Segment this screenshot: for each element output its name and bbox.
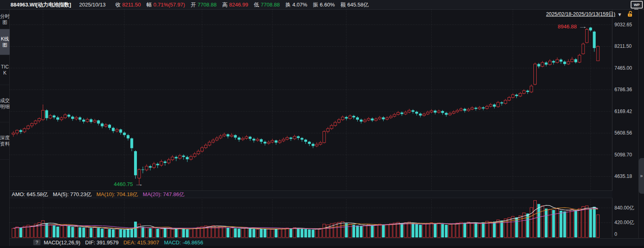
legend-segment: DEA: 415.3907 bbox=[124, 239, 159, 246]
expand-panel-tab[interactable]: » bbox=[639, 158, 644, 194]
volume-axis-label: 420.00亿 bbox=[614, 219, 634, 226]
kline-chart-canvas bbox=[10, 10, 612, 238]
lock-icon[interactable] bbox=[627, 11, 633, 17]
quote-field-label: 换 bbox=[286, 2, 291, 8]
legend-segment: MA(5): 770.23亿 bbox=[53, 191, 92, 198]
wp-taskbar-icon[interactable]: WP bbox=[631, 1, 643, 9]
price-axis-label: 5608.56 bbox=[614, 130, 632, 136]
header-quote-fields: 收8211.50幅0.71%(57.97)开7708.88高8246.99低77… bbox=[110, 1, 369, 9]
legend-segment: MA(20): 747.86亿 bbox=[143, 191, 185, 198]
help-icon[interactable]: ? bbox=[33, 239, 41, 245]
amount-legend-bar: AMO: 645.58亿MA(5): 770.23亿MA(10): 704.18… bbox=[10, 190, 612, 198]
arrow-right-icon: → bbox=[134, 181, 143, 187]
sidebar-item-trade-detail[interactable]: 成交明细 bbox=[0, 85, 10, 122]
sidebar-item-tick[interactable]: TICK bbox=[0, 55, 10, 85]
quote-field-value: 0.71%(57.97) bbox=[154, 2, 185, 8]
quote-field-label: 低 bbox=[254, 2, 259, 8]
quote-field-value: 4.07% bbox=[292, 2, 307, 8]
axis-right-separator bbox=[638, 10, 639, 248]
sidebar-item-kline[interactable]: K线图 bbox=[0, 29, 10, 55]
chevrons-right-icon: » bbox=[640, 173, 643, 179]
legend-segment: MA(10): 704.18亿 bbox=[96, 191, 138, 198]
quote-field-value: 8246.99 bbox=[229, 2, 248, 8]
legend-segment: MACD(12,26,9) bbox=[44, 239, 80, 246]
quote-field-label: 开 bbox=[191, 2, 196, 8]
date-range-row: 2025/02/18-2025/10/13(159日) ▼ bbox=[466, 11, 622, 18]
volume-axis-label: 0 bbox=[614, 231, 617, 237]
left-sidebar: 分时图K线图TICK成交明细深度资料 bbox=[0, 10, 10, 248]
legend-segment: DIF: 391.9579 bbox=[85, 239, 118, 246]
legend-segment: AMO: 645.58亿 bbox=[12, 191, 48, 198]
price-axis-label: 5098.70 bbox=[614, 152, 632, 158]
date-range-selector[interactable]: 2025/02/18-2025/10/13(159日) bbox=[546, 11, 615, 18]
legend-segment: MACD: -46.8656 bbox=[164, 239, 203, 246]
sidebar-item-depth-info[interactable]: 深度资料 bbox=[0, 122, 10, 160]
arrow-right-icon: → bbox=[578, 24, 587, 30]
quote-field-value: 645.58亿 bbox=[347, 2, 369, 8]
symbol-name: 884963.WI[动力电池指数] bbox=[11, 1, 71, 9]
quote-field-label: 振 bbox=[313, 2, 318, 8]
macd-values: MACD(12,26,9)DIF: 391.9579DEA: 415.3907M… bbox=[44, 239, 208, 246]
price-axis-label: 6169.42 bbox=[614, 108, 632, 115]
price-axis-label: 9032.65 bbox=[614, 21, 632, 28]
dropdown-triangle-icon[interactable]: ▼ bbox=[617, 12, 622, 17]
high-value: 8946.88 bbox=[558, 24, 577, 30]
quote-date: 2025/10/13 bbox=[79, 2, 106, 8]
volume-axis-label: 840.00亿 bbox=[614, 205, 634, 211]
price-axis-label: 8211.50 bbox=[614, 43, 632, 49]
sidebar-item-intraday[interactable]: 分时图 bbox=[0, 10, 10, 29]
annotation-period-low: 4460.75→ bbox=[114, 181, 139, 187]
price-axis-label: 7465.00 bbox=[614, 65, 632, 71]
quote-field-label: 额 bbox=[340, 2, 345, 8]
quote-field-value: 8211.50 bbox=[122, 2, 141, 8]
quote-field-label: 收 bbox=[115, 2, 121, 8]
price-axis-label: 4635.18 bbox=[614, 173, 632, 180]
quote-field-label: 幅 bbox=[147, 2, 152, 8]
price-axis-label: 6786.36 bbox=[614, 86, 632, 93]
bottom-panel-sliver bbox=[0, 246, 644, 248]
quote-field-value: 7708.88 bbox=[261, 2, 280, 8]
quote-field-value: 6.60% bbox=[320, 2, 335, 8]
header-bar: 884963.WI[动力电池指数] 2025/10/13 收8211.50幅0.… bbox=[0, 0, 644, 10]
low-value: 4460.75 bbox=[114, 181, 133, 187]
wp-icon-label: WP bbox=[634, 3, 640, 7]
quote-field-label: 高 bbox=[222, 2, 228, 8]
annotation-period-high: 8946.88→ bbox=[558, 24, 583, 30]
quote-field-value: 7708.88 bbox=[198, 2, 217, 8]
macd-legend-bar: ? MACD(12,26,9)DIF: 391.9579DEA: 415.390… bbox=[10, 238, 644, 246]
